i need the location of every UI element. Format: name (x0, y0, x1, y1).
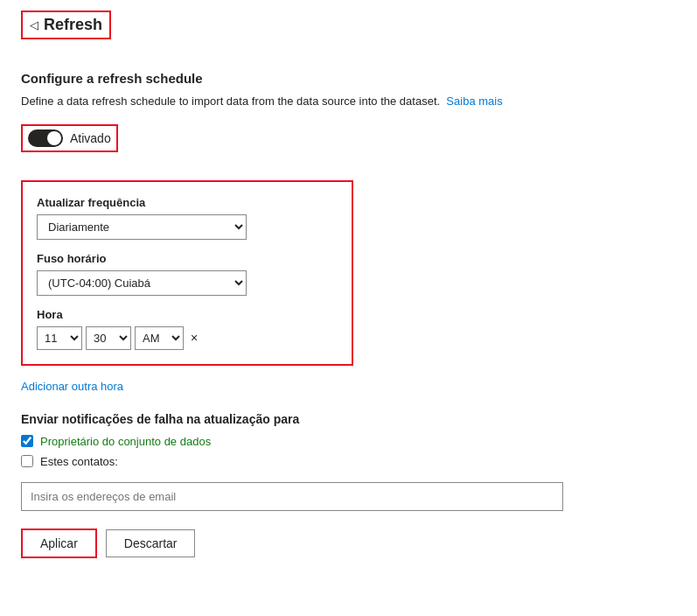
timezone-select[interactable]: (UTC-04:00) Cuiabá (UTC-03:00) Brasília … (37, 270, 247, 296)
frequency-select[interactable]: Diariamente Semanalmente Mensalmente (37, 214, 247, 240)
frequency-label: Atualizar frequência (37, 196, 338, 209)
discard-button[interactable]: Descartar (106, 529, 196, 557)
timezone-label: Fuso horário (37, 252, 338, 265)
minute-select[interactable]: 30 00 15 45 (86, 326, 131, 350)
add-time-link[interactable]: Adicionar outra hora (21, 380, 676, 393)
contacts-label: Estes contatos: (40, 455, 118, 468)
toggle-switch[interactable] (28, 130, 63, 147)
config-box: Atualizar frequência Diariamente Semanal… (21, 180, 353, 366)
toggle-label: Ativado (70, 131, 111, 145)
toggle-row[interactable]: Ativado (21, 124, 118, 152)
time-label: Hora (37, 308, 338, 321)
saiba-mais-link[interactable]: Saiba mais (446, 94, 502, 108)
checkbox-row-contacts: Estes contatos: (21, 455, 676, 468)
time-row: 11 12 1 30 00 15 45 AM PM × (37, 326, 338, 350)
hour-select[interactable]: 11 12 1 (37, 326, 82, 350)
buttons-row: Aplicar Descartar (21, 528, 676, 558)
owner-label: Proprietário do conjunto de dados (40, 435, 211, 448)
description-text: Define a data refresh schedule to import… (21, 93, 676, 110)
page-container: ◁ Refresh Configure a refresh schedule D… (0, 0, 697, 579)
description-before-link: Define a data refresh schedule to import… (21, 94, 440, 108)
chevron-icon: ◁ (30, 18, 38, 32)
contacts-checkbox[interactable] (21, 455, 33, 467)
section-title: Configure a refresh schedule (21, 71, 676, 86)
header-section[interactable]: ◁ Refresh (21, 10, 111, 39)
email-input[interactable] (21, 482, 563, 511)
notifications-title: Enviar notificações de falha na atualiza… (21, 412, 676, 426)
apply-button[interactable]: Aplicar (21, 528, 97, 558)
toggle-slider (28, 130, 63, 147)
page-title: Refresh (44, 16, 102, 34)
checkbox-row-owner: Proprietário do conjunto de dados (21, 435, 676, 448)
ampm-select[interactable]: AM PM (135, 326, 184, 350)
owner-checkbox[interactable] (21, 435, 33, 447)
remove-time-icon[interactable]: × (191, 331, 198, 345)
